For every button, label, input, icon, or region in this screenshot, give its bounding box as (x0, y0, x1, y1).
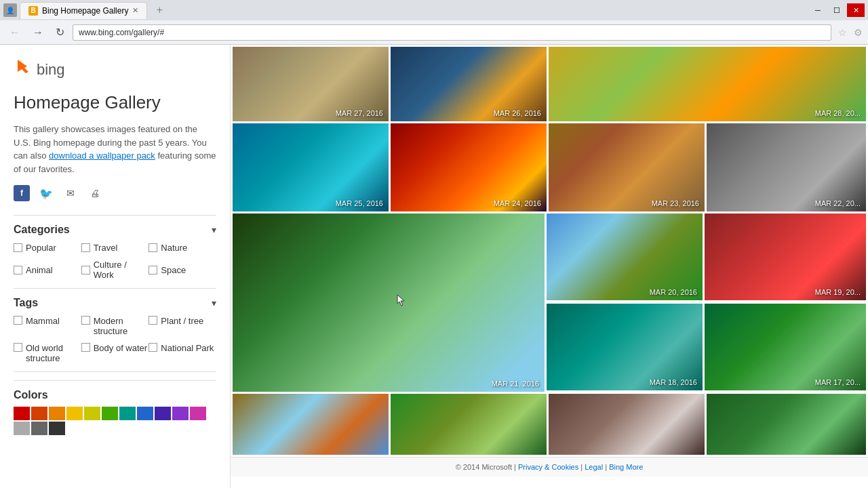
gallery-item-10[interactable]: MAR 18, 2016 (547, 304, 703, 390)
gallery-item-13[interactable] (391, 394, 547, 455)
tag-national-park[interactable]: National Park (149, 342, 216, 365)
swatch-purple[interactable] (172, 407, 189, 420)
tag-mammal[interactable]: Mammal (14, 314, 81, 338)
tags-grid: Mammal Modern structure Plant / tree Old… (14, 314, 216, 365)
category-culture-label: Culture / Work (94, 260, 149, 280)
favorites-star-icon[interactable]: ☆ (835, 26, 850, 39)
swatch-pink[interactable] (190, 407, 206, 420)
swatch-red[interactable] (14, 407, 30, 420)
gallery-item-1[interactable]: MAR 27, 2016 (233, 47, 389, 121)
browser-tab[interactable]: B Bing Homepage Gallery ✕ (20, 2, 147, 19)
tag-body-of-water[interactable]: Body of water (81, 342, 149, 365)
privacy-link[interactable]: Privacy & Cookies (518, 463, 578, 471)
date-badge-large: MAR 21, 2016 (492, 380, 539, 388)
category-space-checkbox[interactable] (149, 266, 157, 274)
colors-header: Colors (14, 380, 216, 407)
tags-title: Tags (14, 297, 38, 309)
category-animal[interactable]: Animal (14, 258, 81, 281)
category-nature-checkbox[interactable] (149, 243, 157, 252)
tab-favicon: B (28, 6, 38, 16)
gallery-item-large[interactable]: MAR 21, 2016 (233, 214, 545, 392)
category-popular[interactable]: Popular (14, 241, 81, 254)
category-travel[interactable]: Travel (81, 241, 149, 254)
swatch-blue[interactable] (137, 407, 153, 420)
gallery-item-4[interactable]: MAR 25, 2016 (233, 123, 389, 211)
gallery-scroll[interactable]: MAR 27, 2016 MAR 26, 2016 MAR 28, 20... … (231, 45, 868, 488)
swatch-light-gray[interactable] (14, 422, 30, 435)
description-text: This gallery showcases images featured o… (14, 123, 216, 176)
date-badge-6: MAR 23, 2016 (652, 199, 699, 207)
social-icons: f 🐦 ✉ 🖨 (14, 185, 216, 201)
swatch-orange[interactable] (49, 407, 65, 420)
print-icon[interactable]: 🖨 (87, 185, 103, 201)
tab-close-button[interactable]: ✕ (132, 6, 138, 15)
swatch-orange-red[interactable] (31, 407, 47, 420)
swatch-green[interactable] (102, 407, 118, 420)
color-swatches (14, 407, 216, 435)
back-button[interactable]: ← (5, 25, 24, 40)
gallery-item-9[interactable]: MAR 19, 20... (705, 214, 866, 300)
refresh-button[interactable]: ↻ (52, 24, 68, 40)
gallery-item-12[interactable] (233, 394, 389, 455)
url-text: www.bing.com/gallery/# (79, 28, 164, 37)
tag-plant-tree[interactable]: Plant / tree (149, 314, 216, 338)
category-animal-checkbox[interactable] (14, 266, 22, 274)
gallery-item-5[interactable]: MAR 24, 2016 (391, 123, 547, 211)
settings-icon[interactable]: ⚙ (854, 27, 863, 38)
date-badge-9: MAR 19, 20... (815, 288, 861, 296)
window-controls: ─ ☐ ✕ (809, 3, 865, 17)
gallery-item-11[interactable]: MAR 17, 20... (705, 304, 866, 390)
category-space[interactable]: Space (149, 258, 216, 281)
swatch-yellow[interactable] (66, 407, 83, 420)
swatch-teal[interactable] (119, 407, 136, 420)
gallery-item-3[interactable]: MAR 28, 20... (549, 47, 866, 121)
tag-old-world[interactable]: Old world structure (14, 342, 81, 365)
tag-plant-tree-checkbox[interactable] (149, 316, 157, 325)
category-popular-checkbox[interactable] (14, 243, 22, 252)
tag-mammal-checkbox[interactable] (14, 316, 22, 325)
category-culture-checkbox[interactable] (81, 266, 90, 274)
swatch-dark-gray[interactable] (49, 422, 65, 435)
footer-copyright: © 2014 Microsoft | (456, 463, 518, 471)
gallery-item-6[interactable]: MAR 23, 2016 (549, 123, 705, 211)
forward-button[interactable]: → (28, 25, 47, 40)
maximize-button[interactable]: ☐ (828, 3, 846, 17)
category-travel-checkbox[interactable] (81, 243, 90, 252)
svg-marker-0 (18, 60, 28, 73)
email-icon[interactable]: ✉ (62, 185, 79, 201)
swatch-indigo[interactable] (155, 407, 171, 420)
category-nature[interactable]: Nature (149, 241, 216, 254)
tag-modern-structure[interactable]: Modern structure (81, 314, 149, 338)
tag-body-of-water-checkbox[interactable] (81, 343, 90, 352)
bing-more-link[interactable]: Bing More (609, 463, 643, 471)
categories-toggle[interactable]: ▾ (212, 224, 216, 235)
page-title: Homepage Gallery (14, 92, 216, 113)
gallery-item-14[interactable] (549, 394, 705, 455)
tag-modern-structure-checkbox[interactable] (81, 316, 90, 325)
address-bar[interactable]: www.bing.com/gallery/# (73, 24, 831, 41)
facebook-icon[interactable]: f (14, 185, 30, 201)
new-tab-button[interactable]: + (150, 2, 169, 18)
category-culture[interactable]: Culture / Work (81, 258, 149, 281)
tag-old-world-checkbox[interactable] (14, 343, 22, 352)
legal-link[interactable]: Legal (585, 463, 603, 471)
gallery-item-8[interactable]: MAR 20, 2016 (547, 214, 703, 300)
tag-national-park-checkbox[interactable] (149, 343, 157, 352)
gallery-wrapper: MAR 27, 2016 MAR 26, 2016 MAR 28, 20... … (231, 45, 868, 488)
tags-section-header: Tags ▾ (14, 288, 216, 314)
gallery-item-2[interactable]: MAR 26, 2016 (391, 47, 547, 121)
tags-toggle[interactable]: ▾ (212, 298, 216, 308)
wallpaper-link[interactable]: download a wallpaper pack (49, 150, 155, 161)
gallery-item-7[interactable]: MAR 22, 20... (707, 123, 866, 211)
close-button[interactable]: ✕ (847, 3, 865, 17)
swatch-gray[interactable] (31, 422, 47, 435)
bing-logo-text: bing (37, 61, 65, 79)
page-content: bing Homepage Gallery This gallery showc… (0, 45, 868, 488)
minimize-button[interactable]: ─ (809, 3, 827, 17)
categories-grid: Popular Travel Nature Animal Culture / W… (14, 241, 216, 281)
twitter-icon[interactable]: 🐦 (38, 185, 54, 201)
swatch-yellow-green[interactable] (84, 407, 100, 420)
gallery-item-15[interactable] (707, 394, 866, 455)
category-popular-label: Popular (26, 243, 56, 253)
category-animal-label: Animal (26, 265, 53, 275)
